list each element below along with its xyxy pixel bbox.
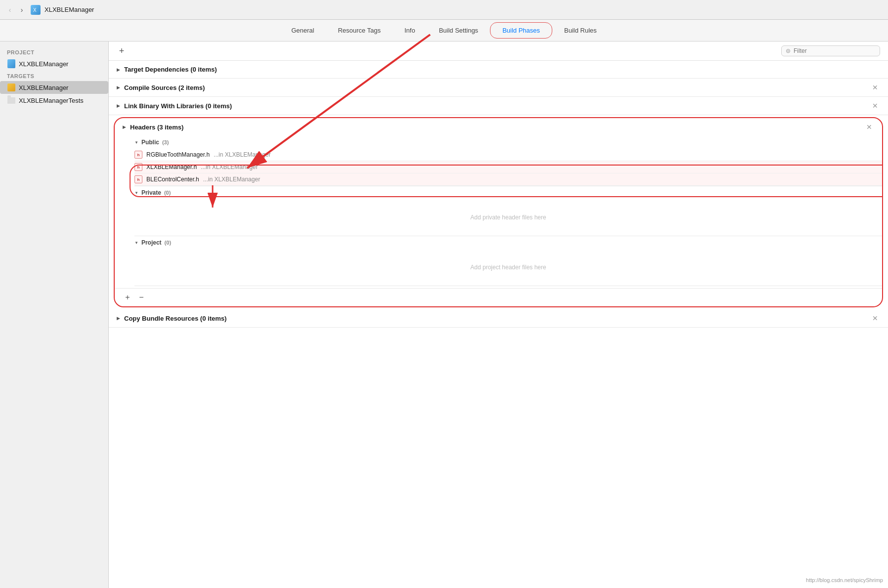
- phase-triangle-target-deps: ▶: [117, 67, 120, 72]
- watermark: http://blog.csdn.net/spicyShrimp: [806, 577, 883, 583]
- phase-triangle-link-binary: ▶: [117, 103, 120, 108]
- title-bar-title: XLXBLEManager: [44, 6, 94, 13]
- phase-close-copy-bundle[interactable]: ✕: [870, 314, 880, 322]
- sub-header-private[interactable]: ▼ Private (0): [134, 186, 882, 199]
- sub-title-public: Public: [141, 139, 159, 146]
- sidebar-item-project[interactable]: XLXBLEManager: [0, 57, 108, 70]
- sub-count-public: (3): [162, 139, 169, 145]
- sub-title-project: Project: [141, 239, 162, 246]
- phase-header-copy-bundle[interactable]: ▶ Copy Bundle Resources (0 items) ✕: [109, 309, 888, 327]
- sub-header-public[interactable]: ▼ Public (3): [134, 136, 882, 149]
- sub-header-project[interactable]: ▼ Project (0): [134, 236, 882, 249]
- tab-info[interactable]: Info: [393, 23, 427, 38]
- phase-title-copy-bundle: Copy Bundle Resources (0 items): [124, 315, 866, 322]
- phase-header-compile-sources[interactable]: ▶ Compile Sources (2 items) ✕: [109, 79, 888, 96]
- sub-section-public: ▼ Public (3) h RGBlueToothManager.h ...i…: [115, 136, 882, 186]
- sub-triangle-public: ▼: [134, 140, 138, 145]
- phase-header-link-binary[interactable]: ▶ Link Binary With Libraries (0 items) ✕: [109, 97, 888, 115]
- file-name: BLEControlCenter.h: [146, 176, 199, 183]
- content-area: + ⊜ ▶ Target Dependencies (0 items) ▶ Co…: [109, 42, 888, 588]
- phase-close-link-binary[interactable]: ✕: [870, 102, 880, 110]
- add-header-button[interactable]: +: [123, 293, 133, 302]
- sidebar-section-project: PROJECT: [0, 46, 108, 57]
- file-location: ...in XLXBLEManager: [203, 176, 260, 183]
- phase-triangle-copy-bundle: ▶: [117, 316, 120, 321]
- file-location: ...in XLXBLEManager: [214, 151, 270, 158]
- phase-header-headers[interactable]: ▶ Headers (3 items) ✕: [115, 118, 882, 136]
- tab-build-rules[interactable]: Build Rules: [552, 23, 609, 38]
- sub-count-project: (0): [165, 240, 171, 246]
- sub-triangle-private: ▼: [134, 191, 138, 195]
- add-phase-button[interactable]: +: [117, 46, 127, 56]
- tab-build-settings[interactable]: Build Settings: [427, 23, 490, 38]
- placeholder-project: Add project header files here: [134, 249, 882, 286]
- headers-section: ▶ Headers (3 items) ✕ ▼ Public (3) h RGB…: [114, 117, 883, 307]
- phase-section-link-binary: ▶ Link Binary With Libraries (0 items) ✕: [109, 97, 888, 115]
- filter-box: ⊜: [781, 45, 880, 56]
- sub-title-private: Private: [141, 189, 161, 196]
- phase-triangle-headers: ▶: [123, 125, 126, 129]
- phase-section-target-deps: ▶ Target Dependencies (0 items): [109, 61, 888, 79]
- filter-icon: ⊜: [786, 47, 791, 54]
- project-icon: X: [31, 5, 41, 15]
- sub-count-private: (0): [164, 190, 171, 196]
- sub-triangle-project: ▼: [134, 241, 138, 245]
- phase-triangle-compile-sources: ▶: [117, 85, 120, 90]
- phase-title-target-deps: Target Dependencies (0 items): [124, 66, 880, 73]
- phase-close-compile-sources[interactable]: ✕: [870, 84, 880, 91]
- file-row-XLXBLEManager-h[interactable]: h XLXBLEManager.h ...in XLXBLEManager: [134, 161, 882, 173]
- remove-header-button[interactable]: −: [136, 293, 146, 302]
- file-location: ...in XLXBLEManager: [201, 164, 258, 170]
- tab-general[interactable]: General: [279, 23, 326, 38]
- phase-section-compile-sources: ▶ Compile Sources (2 items) ✕: [109, 79, 888, 97]
- phase-title-compile-sources: Compile Sources (2 items): [124, 84, 866, 91]
- file-name: RGBlueToothManager.h: [146, 151, 210, 158]
- phase-header-target-deps[interactable]: ▶ Target Dependencies (0 items): [109, 61, 888, 78]
- back-button[interactable]: ‹: [5, 5, 15, 15]
- sidebar: PROJECT XLXBLEManager TARGETS XLXBLEMana…: [0, 42, 109, 588]
- file-row-BLEControlCenter-h[interactable]: h BLEControlCenter.h ...in XLXBLEManager: [134, 173, 882, 186]
- tab-resource-tags[interactable]: Resource Tags: [326, 23, 392, 38]
- forward-button[interactable]: ›: [17, 5, 27, 15]
- phase-title-link-binary: Link Binary With Libraries (0 items): [124, 102, 866, 110]
- title-bar: ‹ › X XLXBLEManager: [0, 0, 888, 20]
- sub-section-private: ▼ Private (0) Add private header files h…: [115, 186, 882, 236]
- sidebar-item-xlxble[interactable]: XLXBLEManager: [0, 81, 108, 94]
- phase-section-copy-bundle: ▶ Copy Bundle Resources (0 items) ✕: [109, 309, 888, 328]
- phase-close-headers[interactable]: ✕: [864, 123, 874, 131]
- phase-title-headers: Headers (3 items): [130, 124, 860, 131]
- tab-build-phases[interactable]: Build Phases: [490, 22, 552, 39]
- file-icon: h: [134, 175, 142, 183]
- filter-input[interactable]: [794, 47, 876, 54]
- file-icon: h: [134, 151, 142, 159]
- placeholder-private: Add private header files here: [134, 199, 882, 236]
- file-icon: h: [134, 163, 142, 171]
- svg-text:X: X: [33, 7, 37, 13]
- tab-bar: GeneralResource TagsInfoBuild SettingsBu…: [0, 20, 888, 42]
- sidebar-item-xlxble-tests[interactable]: XLXBLEManagerTests: [0, 94, 108, 107]
- file-row-RGBlueToothManager-h[interactable]: h RGBlueToothManager.h ...in XLXBLEManag…: [134, 149, 882, 161]
- headers-actions: + −: [115, 288, 882, 306]
- file-name: XLXBLEManager.h: [146, 164, 197, 170]
- sidebar-section-targets: TARGETS: [0, 70, 108, 81]
- content-toolbar: + ⊜: [109, 42, 888, 61]
- sub-section-project: ▼ Project (0) Add project header files h…: [115, 236, 882, 286]
